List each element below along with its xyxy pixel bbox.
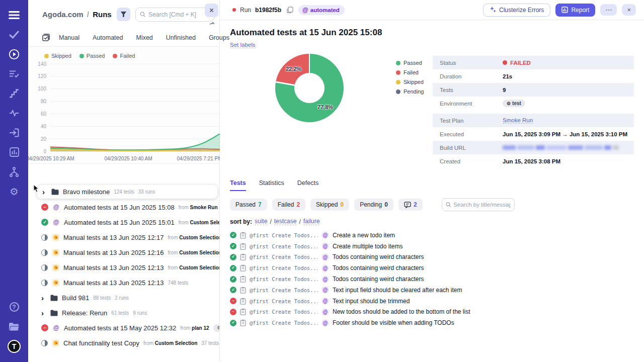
test-row[interactable]: ✓@first Create Todos...@Create multiple … [230, 241, 634, 252]
tests-search-input[interactable] [453, 202, 510, 208]
sidebar-item-app-logo[interactable]: T [0, 336, 28, 356]
runs-chart-legend: SkippedPassedFailed [28, 51, 219, 60]
automated-badge[interactable]: @ automated [298, 5, 345, 15]
test-row[interactable]: −@first Create Todos...@Text input shoul… [230, 296, 634, 307]
more-actions-button[interactable]: ⋯ [600, 4, 617, 16]
test-title: Todos containing weird characters [333, 276, 424, 283]
legend-item-skipped: Skipped [44, 53, 71, 59]
test-suite-path: @first Create Todos... [250, 243, 318, 249]
test-row[interactable]: ✓@first Create Todos...@Text input field… [230, 285, 634, 296]
run-detail-panel: Run b1982f5b @ automated Clusterize Erro… [220, 0, 644, 362]
sidebar-item-steps[interactable] [0, 83, 28, 103]
sort-by-testcase[interactable]: testcase [274, 218, 297, 225]
sidebar-item-menu[interactable] [0, 5, 28, 25]
sidebar-item-runs[interactable] [0, 44, 28, 64]
test-row[interactable]: ✓@first Create Todos...@Footer should be… [230, 317, 634, 328]
tests-search[interactable] [442, 198, 515, 211]
clipboard-icon [240, 253, 246, 260]
test-row[interactable]: ✓@first Create Todos...@Todos containing… [230, 262, 634, 274]
run-row[interactable]: Manual tests at 13 Jun 2025 12:13from Cu… [28, 260, 219, 275]
panel-close-button[interactable]: × [205, 4, 218, 17]
app-logo: T [8, 340, 21, 353]
test-status-passed-icon: ✓ [230, 265, 236, 272]
test-suite-path: @first Create Todos... [250, 254, 318, 260]
test-row[interactable]: ✓@first Create Todos...@Todos containing… [230, 252, 634, 263]
filter-count: 0 [384, 201, 388, 208]
status-badge: FAILED [503, 60, 531, 66]
run-row[interactable]: −@Automated tests at 15 Jun 2025 15:08fr… [28, 200, 219, 215]
chevron-right-icon[interactable]: › [42, 188, 47, 196]
automated-run-icon: @ [52, 219, 60, 226]
run-type-tabs: ManualAutomatedMixedUnfinishedGroups [28, 29, 219, 47]
test-status-passed-icon: ✓ [230, 276, 236, 283]
tab-mixed[interactable]: Mixed [136, 34, 152, 41]
copy-run-id-button[interactable] [285, 6, 294, 15]
run-row[interactable]: −@Automated tests at 15 May 2025 12:32fr… [28, 320, 219, 335]
run-row[interactable]: ✓@Automated tests at 15 Jun 2025 15:01fr… [28, 215, 219, 230]
filter-pill-passed[interactable]: Passed7 [230, 199, 267, 211]
tab-statistics[interactable]: Statistics [259, 179, 284, 191]
run-folder-row[interactable]: ›Bravo milestone124 tests33 runs [37, 185, 217, 199]
menu-icon [9, 11, 20, 20]
sidebar-item-settings[interactable]: ⚙ [0, 182, 28, 201]
sidebar-item-help[interactable]: ? [0, 297, 28, 317]
run-row[interactable]: Manual tests at 13 Jun 2025 12:16from Cu… [28, 245, 219, 260]
sidebar-item-import[interactable] [0, 123, 28, 142]
breadcrumb-project[interactable]: Agoda.com [42, 10, 84, 19]
tab-groups[interactable]: Groups [209, 34, 229, 41]
tab-automated[interactable]: Automated [93, 34, 123, 41]
tab-manual[interactable]: Manual [59, 34, 79, 41]
filter-button[interactable] [117, 8, 130, 21]
sidebar-item-reports[interactable] [0, 142, 28, 162]
runs-search-input[interactable] [148, 11, 210, 18]
run-row[interactable]: Manual tests at 13 Jun 2025 12:17from Cu… [28, 230, 219, 245]
chevron-right-icon[interactable]: › [41, 294, 46, 302]
close-run-button[interactable]: × [622, 4, 636, 16]
detail-label: Test Plan [440, 118, 503, 124]
manual-run-icon [52, 279, 59, 287]
run-from: from Smoke Run [179, 205, 218, 210]
run-folder-row[interactable]: ›Release: Rerun61 tests9 runs [28, 305, 219, 320]
run-row[interactable]: Chat functinality test Copyfrom Custom S… [28, 335, 219, 350]
test-plan-link[interactable]: Smoke Run [503, 117, 533, 124]
breadcrumb[interactable]: Agoda.com / Runs [42, 10, 112, 19]
tab-defects[interactable]: Defects [297, 179, 318, 191]
test-row[interactable]: ✓@first Create Todos...@Create a new tod… [230, 230, 634, 241]
set-labels-link[interactable]: Set labels [230, 42, 256, 48]
svg-text:20: 20 [41, 136, 47, 142]
tab-tests[interactable]: Tests [230, 179, 246, 191]
detail-row-created: CreatedJun 15, 2025 3:08 PM [433, 154, 634, 168]
sort-by-suite[interactable]: suite [255, 218, 267, 225]
runs-search[interactable] [135, 8, 214, 22]
app-root: ⚙?T Agoda.com / Runs × ManualAutomatedMi… [0, 0, 644, 362]
tab-unfinished[interactable]: Unfinished [166, 34, 196, 41]
detail-row-build-url: Build URL [433, 141, 634, 154]
sidebar-item-projects[interactable] [0, 317, 28, 336]
clipboard-icon [240, 232, 246, 239]
run-row[interactable]: Manual tests at 13 Jun 2025 12:13748 tes… [28, 275, 219, 290]
automated-test-icon: @ [321, 319, 329, 327]
sidebar-item-check[interactable] [0, 25, 28, 44]
test-title: Todos containing weird characters [333, 264, 424, 272]
sort-by-failure[interactable]: failure [303, 218, 320, 225]
sidebar-item-analytics[interactable] [0, 103, 28, 123]
test-row[interactable]: −@first Create Todos...@New todos should… [230, 307, 634, 318]
filter-pill-skipped[interactable]: Skipped0 [310, 199, 349, 211]
sidebar-item-test-cases[interactable] [0, 64, 28, 83]
environment-badge: ⚙test [503, 100, 525, 107]
filter-pill-pending[interactable]: Pending0 [354, 199, 393, 211]
select-all-icon[interactable] [42, 34, 50, 41]
filter-pill-failed[interactable]: Failed2 [272, 199, 305, 211]
sort-by-row: sort by: suite/testcase/failure [230, 218, 634, 225]
detail-label: Status [440, 60, 503, 66]
comments-filter-pill[interactable]: 2 [398, 199, 423, 211]
svg-text:100: 100 [38, 86, 46, 92]
chevron-right-icon[interactable]: › [41, 309, 46, 317]
automated-test-icon: @ [321, 297, 329, 305]
test-row[interactable]: ✓@first Create Todos...@Todos containing… [230, 274, 634, 285]
clusterize-errors-button[interactable]: Clusterize Errors [483, 4, 550, 17]
sidebar-item-branch[interactable] [0, 162, 28, 182]
run-folder-row[interactable]: ›Build 98188 tests2 runs [28, 290, 219, 305]
report-button[interactable]: Report [555, 4, 595, 17]
failed-dot [503, 60, 507, 65]
